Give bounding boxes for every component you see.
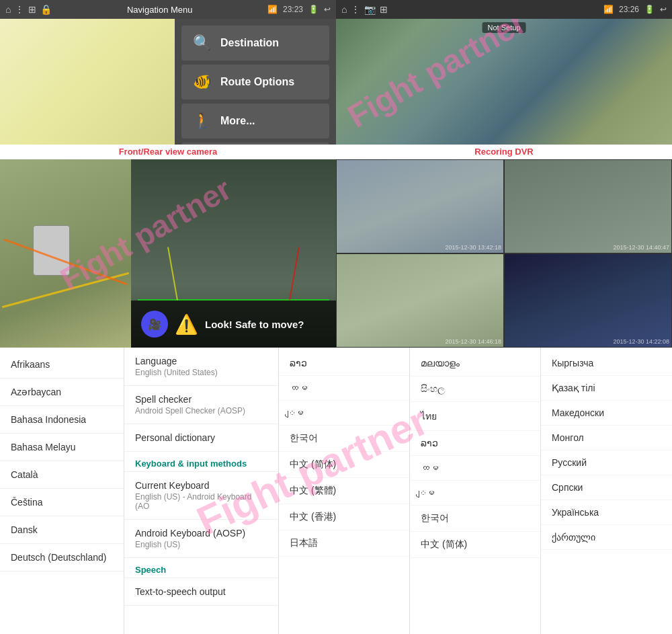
destination-icon: 🔍 (190, 31, 214, 55)
nav-menu: 🔍 Destination 🐠 Route Options 🚶 More... … (175, 19, 336, 145)
lang-mongolian[interactable]: Монгол (541, 426, 672, 450)
lang-myanmar2[interactable]: ထမ (410, 456, 540, 481)
destination-button[interactable]: 🔍 Destination (181, 26, 329, 61)
lang-chinese-simplified[interactable]: 中文 (简体) (279, 452, 409, 478)
lang-lao[interactable]: ລາວ (279, 351, 409, 376)
cam-aerial (0, 159, 131, 348)
spell-checker-title: Spell checker (135, 394, 267, 405)
lang-thai[interactable]: ไทย (410, 402, 540, 431)
dvr-ts-1: 2015-12-30 13:42:18 (445, 244, 501, 251)
back-icon[interactable]: ↩ (324, 5, 331, 14)
lang-catala[interactable]: Català (0, 461, 124, 489)
settings-container: Afrikaans Azərbaycan Bahasa Indonesia Ba… (0, 348, 672, 634)
nav-body: 🔍 Destination 🐠 Route Options 🚶 More... … (0, 19, 336, 145)
android-keyboard-setting[interactable]: Android Keyboard (AOSP) English (US) (124, 520, 278, 558)
lang-chinese-hk[interactable]: 中文 (香港) (279, 504, 409, 530)
nav-icon3: 🔒 (40, 4, 52, 15)
route-options-button[interactable]: 🐠 Route Options (181, 65, 329, 100)
route-icon: 🐠 (190, 70, 214, 94)
lang-malayalam[interactable]: മലയാളം (410, 351, 540, 377)
route-label: Route Options (220, 76, 294, 88)
lang-list-left: Afrikaans Azərbaycan Bahasa Indonesia Ba… (0, 348, 124, 634)
tts-title: Text-to-speech output (135, 586, 267, 597)
lang-dansk[interactable]: Dansk (0, 516, 124, 544)
lang-col-mid2: മലയാളം සිංහල ไทย ລາວ ထမ ျမ 한국어 中文 (简体) (410, 348, 541, 634)
lang-kazakh[interactable]: Қазақ тілі (541, 376, 672, 401)
labels-row: Front/Rear view camera Recoring DVR (0, 145, 672, 159)
lang-russian[interactable]: Русский (541, 450, 672, 475)
lang-korean2[interactable]: 한국어 (410, 506, 540, 532)
dvr-cell-2: 2015-12-30 14:40:47 (504, 159, 672, 253)
home-icon: ⌂ (5, 4, 11, 15)
gps-map-area: Not Setup Fight partner (336, 19, 672, 145)
menu-icon: ⋮ (15, 4, 24, 15)
lang-serbian[interactable]: Српски (541, 475, 672, 500)
lang-korean[interactable]: 한국어 (279, 426, 409, 452)
lang-kyrgyz[interactable]: Кыргызча (541, 351, 672, 376)
cam-parking-overlay: 🎥 ⚠️ Look! Safe to move? (131, 301, 336, 348)
gps-menu-icon: ⋮ (351, 4, 360, 15)
dvr-ts-2: 2015-12-30 14:40:47 (613, 244, 669, 251)
lang-ukrainian[interactable]: Українська (541, 500, 672, 525)
lang-afrikaans[interactable]: Afrikaans (0, 351, 124, 379)
gps-back-icon[interactable]: ↩ (660, 5, 667, 14)
spell-checker-setting[interactable]: Spell checker Android Spell Checker (AOS… (124, 386, 278, 424)
gps-battery-icon: 🔋 (644, 5, 655, 14)
lang-deutsch[interactable]: Deutsch (Deutschland) (0, 544, 124, 571)
lang-bahasa-melayu[interactable]: Bahasa Melayu (0, 434, 124, 461)
lang-khmer[interactable]: ျမ (279, 401, 409, 426)
lang-macedonian[interactable]: Македонски (541, 401, 672, 426)
gps-icon2: 📷 (364, 4, 376, 15)
nav-header: ⌂ ⋮ ⊞ 🔒 Navigation Menu 📶 23:23 🔋 ↩ (0, 0, 336, 19)
camera-right: 2015-12-30 13:42:18 2015-12-30 14:40:47 … (336, 159, 672, 348)
lang-sinhala[interactable]: සිංහල (410, 377, 540, 402)
lang-georgian[interactable]: ქართული (541, 525, 672, 550)
dvr-ts-3: 2015-12-30 14:46:18 (445, 338, 501, 345)
current-keyboard-setting[interactable]: Current Keyboard English (US) - Android … (124, 472, 278, 520)
lang-lao2[interactable]: ລາວ (410, 431, 540, 456)
lang-chinese-sim2[interactable]: 中文 (简体) (410, 532, 540, 558)
lang-cestina[interactable]: Čeština (0, 489, 124, 516)
more-button[interactable]: 🚶 More... (181, 104, 329, 138)
lang-myanmar[interactable]: ထမ (279, 376, 409, 401)
gps-home-icon: ⌂ (341, 4, 347, 15)
cam-parking: 🎥 ⚠️ Look! Safe to move? (131, 159, 336, 348)
current-keyboard-title: Current Keyboard (135, 480, 267, 491)
dvr-ts-4: 2015-12-30 14:22:08 (613, 338, 669, 345)
nav-panel: ⌂ ⋮ ⊞ 🔒 Navigation Menu 📶 23:23 🔋 ↩ 🔍 De… (0, 0, 336, 145)
lang-khmer2[interactable]: ျမ (410, 481, 540, 506)
dvr-label: Recoring DVR (336, 145, 672, 159)
gps-wifi-icon: 📶 (603, 5, 614, 14)
personal-dict-setting[interactable]: Personal dictionary (124, 424, 278, 452)
gps-map-image (336, 19, 672, 145)
lang-chinese-traditional[interactable]: 中文 (繁體) (279, 478, 409, 504)
cam-warning-text: Look! Safe to move? (205, 319, 304, 330)
language-value: English (United States) (135, 368, 267, 377)
show-map-button[interactable]: Show Map (181, 143, 329, 145)
dvr-cell-3: 2015-12-30 14:46:18 (336, 253, 504, 348)
language-setting[interactable]: Language English (United States) (124, 348, 278, 386)
wifi-icon: 📶 (267, 5, 278, 14)
dvr-cell-1: 2015-12-30 13:42:18 (336, 159, 504, 253)
more-icon: 🚶 (190, 109, 214, 133)
spell-checker-value: Android Spell Checker (AOSP) (135, 406, 267, 415)
gps-header: ⌂ ⋮ 📷 ⊞ 📶 23:26 🔋 ↩ (336, 0, 672, 19)
gps-not-setup-label: Not Setup (482, 22, 526, 33)
top-row: ⌂ ⋮ ⊞ 🔒 Navigation Menu 📶 23:23 🔋 ↩ 🔍 De… (0, 0, 672, 145)
tts-setting[interactable]: Text-to-speech output (124, 578, 278, 606)
settings-middle: Language English (United States) Spell c… (124, 348, 279, 634)
lang-bahasa-indonesia[interactable]: Bahasa Indonesia (0, 406, 124, 434)
destination-label: Destination (220, 37, 279, 49)
keyboard-section-title: Keyboard & input methods (135, 459, 267, 469)
nav-time: 23:23 (283, 5, 303, 14)
cam-circle-icon: 🎥 (141, 311, 168, 338)
nav-title: Navigation Menu (127, 5, 193, 15)
lang-japanese[interactable]: 日本語 (279, 530, 409, 557)
dvr-cell-4: 2015-12-30 14:22:08 (504, 253, 672, 348)
warning-triangle-icon: ⚠️ (175, 313, 198, 335)
android-keyboard-value: English (US) (135, 540, 267, 549)
gps-icon3: ⊞ (380, 4, 388, 15)
lang-azerbaycan[interactable]: Azərbaycan (0, 379, 124, 406)
settings-row: Afrikaans Azərbaycan Bahasa Indonesia Ba… (0, 348, 672, 634)
personal-dict-title: Personal dictionary (135, 432, 267, 443)
